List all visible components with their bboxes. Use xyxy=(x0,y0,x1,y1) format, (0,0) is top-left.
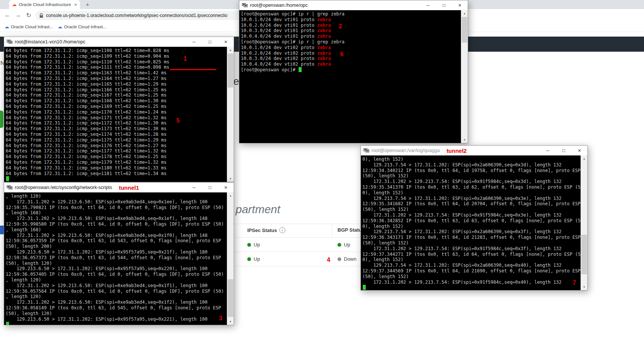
terminal-line: 64 bytes from 172.31.1.2: icmp_seq=1172 … xyxy=(6,120,227,126)
new-tab-button[interactable]: + xyxy=(85,2,91,8)
terminal-line: 12:59:36.057564 IP (tos 0xc0, ttl 64, id… xyxy=(6,289,227,294)
terminal-line: 64 bytes from 172.31.1.2: icmp_seq=1108 … xyxy=(6,48,227,54)
terminal-line: 10.0.3.0/24 dev vti01 proto zebra xyxy=(241,28,461,34)
terminal-line: (50), length 120) xyxy=(6,311,227,317)
grep-match: zebra xyxy=(317,51,331,56)
page-heading-fragment: e xyxy=(233,75,239,88)
minimize-button[interactable]: ─ xyxy=(186,37,202,47)
status-down-icon xyxy=(337,257,341,261)
scrollbar-thumb[interactable] xyxy=(228,54,233,88)
terminal-line: 172.31.1.202 > 129.213.7.54: ESP(spi=0x9… xyxy=(362,179,581,184)
terminal-titlebar[interactable]: root@instance1-vcn10:/home/opc ─ □ × xyxy=(4,37,234,47)
terminal-window-openswan-home[interactable]: root@openswan:/home/opc ─ □ × [root@open… xyxy=(239,0,468,143)
terminal-line: (50), length 152) xyxy=(362,173,581,179)
terminal-line: 172.31.1.202 > 129.213.6.50: ESP(spi=0xe… xyxy=(6,199,227,205)
bookmark-item[interactable]: ☁Oracle Cloud Infrast... xyxy=(58,25,106,29)
bookmark-label: Oracle Cloud Infrast... xyxy=(11,25,53,29)
terminal-line: 64 bytes from 172.31.1.2: icmp_seq=1179 … xyxy=(6,160,227,165)
terminal-window-quagga[interactable]: root@openswan:/var/log/quagga tunnel2 ─ … xyxy=(361,145,588,291)
lock-icon xyxy=(39,13,43,18)
scroll-down-icon[interactable]: ▼ xyxy=(581,284,587,290)
terminal-titlebar[interactable]: root@openswan:/etc/sysconfig/network-scr… xyxy=(4,183,234,192)
scroll-down-icon[interactable]: ▼ xyxy=(227,175,234,182)
search-icon[interactable] xyxy=(547,77,555,84)
terminal-line: 10.0.1.0/24 dev vti01 proto zebra xyxy=(241,17,461,23)
bookmark-label: Oracle Cloud Infrast... xyxy=(64,25,106,29)
close-button[interactable]: × xyxy=(572,146,587,155)
terminal-line: 12:59:35.341370 IP (tos 0x0, ttl 63, id … xyxy=(362,184,581,190)
address-bar[interactable]: console.us-phoenix-1.oraclecloud.com/net… xyxy=(35,11,262,20)
close-button[interactable]: × xyxy=(218,37,234,47)
terminal-cursor xyxy=(363,285,366,290)
terminal-line: 64 bytes from 172.31.1.2: icmp_seq=1169 … xyxy=(6,104,227,109)
scroll-up-icon[interactable]: ▲ xyxy=(461,10,468,17)
tab-close-icon[interactable]: × xyxy=(74,2,77,8)
terminal-titlebar[interactable]: root@openswan:/home/opc ─ □ × xyxy=(239,0,468,10)
url-text: console.us-phoenix-1.oraclecloud.com/net… xyxy=(46,13,227,18)
minimize-button[interactable]: ─ xyxy=(420,0,436,10)
terminal-line: , length 168) xyxy=(6,210,227,216)
terminal-line: 64 bytes from 172.31.1.2: icmp_seq=1180 … xyxy=(6,165,227,171)
compartment-heading-fragment: partment xyxy=(236,203,280,216)
terminal-line: 12:59:36.343171 IP (tos 0x0, ttl 64, id … xyxy=(362,235,581,240)
browser-tab-oracle[interactable]: ☁ Oracle Cloud Infrastructure × xyxy=(9,0,80,9)
terminal-line: 64 bytes from 172.31.1.2: icmp_seq=1173 … xyxy=(6,126,227,132)
terminal-scrollbar[interactable]: ▲ ▼ xyxy=(581,155,587,290)
maximize-button[interactable]: □ xyxy=(556,146,572,155)
terminal-line: 64 bytes from 172.31.1.2: icmp_seq=1111 … xyxy=(6,65,227,70)
terminal-titlebar[interactable]: root@openswan:/var/log/quagga tunnel2 ─ … xyxy=(361,146,587,155)
terminal-line: 64 bytes from 172.31.1.2: icmp_seq=1181 … xyxy=(6,171,227,177)
scroll-up-icon[interactable]: ▲ xyxy=(227,47,234,53)
maximize-button[interactable]: □ xyxy=(202,183,218,192)
scroll-down-icon[interactable]: ▼ xyxy=(227,318,234,325)
link-fragment xyxy=(0,226,4,234)
minimize-button[interactable]: ─ xyxy=(540,146,556,155)
terminal-line: 64 bytes from 172.31.1.2: icmp_seq=1168 … xyxy=(6,98,227,104)
bookmark-item[interactable]: ☁Oracle Cloud Infrast... xyxy=(5,25,53,29)
desktop: ☁ Oracle Cloud Infrastructure × + ← → ↻ … xyxy=(0,0,644,352)
terminal-line: 64 bytes from 172.31.1.2: icmp_seq=1174 … xyxy=(6,132,227,137)
scrollbar-thumb[interactable] xyxy=(228,279,233,317)
info-icon[interactable]: i xyxy=(279,227,285,233)
terminal-title: root@openswan:/home/opc xyxy=(250,3,308,8)
scroll-up-icon[interactable]: ▲ xyxy=(227,192,234,199)
scrollbar-thumb[interactable] xyxy=(581,235,587,274)
refresh-icon[interactable]: ↻ xyxy=(25,12,32,19)
close-button[interactable]: × xyxy=(452,0,468,10)
terminal-line: 129.213.6.50 > 172.31.1.202: ESP(spi=0x9… xyxy=(6,249,227,255)
terminal-scrollbar[interactable]: ▲ ▼ xyxy=(227,192,234,325)
terminal-window-network-scripts[interactable]: root@openswan:/etc/sysconfig/network-scr… xyxy=(4,182,234,325)
minimize-button[interactable]: ─ xyxy=(186,183,202,192)
maximize-button[interactable]: □ xyxy=(436,0,452,10)
status-cell-ipsec: Up xyxy=(247,242,260,247)
forward-icon[interactable]: → xyxy=(14,12,22,18)
terminal-line: 64 bytes from 172.31.1.2: icmp_seq=1167 … xyxy=(6,92,227,98)
terminal-line: 64 bytes from 172.31.1.2: icmp_seq=1166 … xyxy=(6,87,227,93)
terminal-line: 172.31.1.202 > 129.213.7.54: ESP(spi=0x9… xyxy=(362,212,581,218)
terminal-line: 64 bytes from 172.31.1.2: icmp_seq=1171 … xyxy=(6,115,227,121)
oracle-favicon-icon: ☁ xyxy=(12,2,17,7)
status-up-icon xyxy=(247,243,251,247)
annotation-tunnel-label: tunnel2 xyxy=(447,148,467,154)
terminal-line: , length 120) xyxy=(6,194,227,199)
terminal-line: 0), length 152) xyxy=(362,257,581,263)
terminal-line: , length 120) xyxy=(6,277,227,283)
scrollbar-thumb[interactable] xyxy=(462,17,467,43)
terminal-line: 172.31.1.202 > 129.213.6.50: ESP(spi=0xe… xyxy=(6,300,227,305)
scroll-down-icon[interactable]: ▼ xyxy=(461,137,468,143)
terminal-line: 10.0.4.0/24 dev vti01 proto zebra xyxy=(241,34,461,39)
terminal-scrollbar[interactable]: ▲ ▼ xyxy=(227,47,234,182)
scroll-up-icon[interactable]: ▲ xyxy=(581,155,587,162)
terminal-line: 64 bytes from 172.31.1.2: icmp_seq=1178 … xyxy=(6,154,227,160)
grep-match: zebra xyxy=(317,61,331,67)
terminal-scrollbar[interactable]: ▲ ▼ xyxy=(461,10,468,143)
terminal-line: 0), length 152) xyxy=(362,157,581,162)
terminal-line: (50), length 120) xyxy=(6,261,227,266)
close-button[interactable]: × xyxy=(218,183,234,192)
terminal-line: 10.0.2.0/24 dev vti02 proto zebra xyxy=(241,51,461,56)
back-icon[interactable]: ← xyxy=(4,12,11,18)
region-selector[interactable]: us-ashburn-1 xyxy=(562,77,592,83)
terminal-window-instance1[interactable]: root@instance1-vcn10:/home/opc ─ □ × 64 … xyxy=(4,37,234,182)
maximize-button[interactable]: □ xyxy=(202,37,218,47)
annotation-number-4: 4 xyxy=(327,257,330,263)
